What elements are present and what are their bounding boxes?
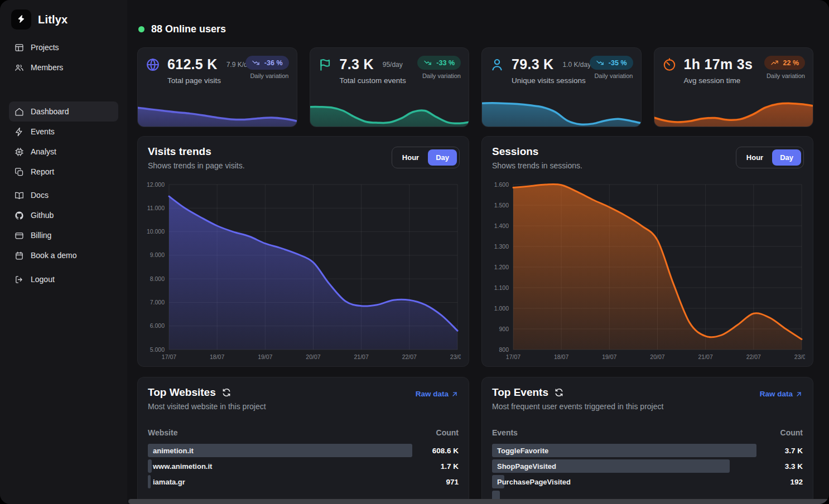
svg-text:1.400: 1.400	[494, 222, 509, 229]
sidebar-item-label: Billing	[31, 231, 51, 240]
refresh-icon[interactable]	[222, 388, 231, 397]
panel-title: Top Websites	[148, 386, 216, 399]
tables-row: Top Websites Raw data Most visited websi…	[137, 377, 813, 504]
row-label: www.animetion.it	[153, 462, 212, 471]
refresh-icon[interactable]	[555, 388, 563, 397]
day-toggle-button[interactable]: Day	[772, 149, 801, 166]
row-count: 971	[415, 478, 459, 486]
svg-text:1.100: 1.100	[494, 284, 509, 291]
svg-text:19/07: 19/07	[258, 353, 272, 360]
globe-icon	[146, 57, 160, 72]
svg-text:10.000: 10.000	[147, 228, 165, 235]
row-count: 3.3 K	[759, 462, 803, 471]
sidebar-item-label: Dashboard	[31, 107, 69, 116]
sidebar-item-dashboard[interactable]: Dashboard	[9, 101, 118, 122]
sidebar-item-github[interactable]: Github	[9, 205, 118, 225]
variation-caption: Daily variation	[764, 72, 806, 79]
table-row-shoppagevisited[interactable]: ShopPageVisited 3.3 K	[492, 459, 803, 473]
sessions-interval-toggle: Hour Day	[736, 147, 804, 168]
analyst-icon	[15, 147, 24, 157]
logout-icon	[15, 275, 24, 284]
sidebar-item-book-a-demo[interactable]: Book a demo	[9, 245, 118, 265]
svg-text:5.000: 5.000	[150, 346, 165, 353]
sidebar-item-analyst[interactable]: Analyst	[9, 142, 118, 162]
sidebar-item-billing[interactable]: Billing	[9, 225, 118, 245]
horizontal-scrollbar[interactable]	[128, 499, 829, 504]
stat-value: 1h 17m 3s	[684, 56, 753, 72]
raw-data-link[interactable]: Raw data	[760, 390, 803, 398]
stat-value: 612.5 K	[167, 56, 218, 72]
day-toggle-button[interactable]: Day	[428, 149, 457, 166]
sidebar-item-docs[interactable]: Docs	[9, 185, 118, 205]
panel-title: Top Events	[492, 386, 548, 399]
daily-variation: -35 % Daily variation	[590, 56, 633, 79]
online-users: 88 Online users	[138, 22, 813, 36]
logo-text: Litlyx	[38, 13, 68, 26]
table-row-animetion-it[interactable]: animetion.it 608.6 K	[148, 444, 459, 457]
stat-rate: 1.0 K/day	[562, 61, 591, 69]
table-row-purchasepagevisited[interactable]: PurchasePageVisited 192	[492, 475, 803, 488]
count-bar	[148, 475, 151, 488]
panel-subtitle: Most frequent user events triggered in t…	[492, 402, 803, 411]
sidebar-item-members[interactable]: Members	[9, 57, 118, 77]
sidebar-section: ProjectsMembers	[9, 37, 118, 77]
user-icon	[490, 57, 504, 72]
svg-text:22/07: 22/07	[746, 353, 761, 360]
svg-text:1.500: 1.500	[494, 202, 509, 209]
row-label: ShopPageVisited	[497, 462, 556, 471]
sidebar-item-logout[interactable]: Logout	[9, 269, 118, 289]
svg-text:1.600: 1.600	[494, 181, 509, 188]
row-count: 608.6 K	[415, 447, 459, 455]
svg-text:7.000: 7.000	[150, 299, 165, 306]
top-events-panel: Top Events Raw data Most frequent user e…	[481, 377, 813, 504]
svg-text:20/07: 20/07	[650, 353, 664, 360]
sidebar-item-events[interactable]: Events	[9, 122, 118, 142]
table-row-togglefavorite[interactable]: ToggleFavorite 3.7 K	[492, 444, 803, 457]
timer-icon	[662, 57, 677, 72]
table-column-headers: Events Count	[492, 428, 803, 437]
sessions-panel: Sessions Shows trends in sessions. Hour …	[481, 136, 813, 367]
sidebar-item-report[interactable]: Report	[9, 162, 118, 182]
visits-trends-chart: 12.00011.00010.0009.0008.0007.0006.0005.…	[143, 180, 461, 362]
variation-value: -33 %	[436, 59, 455, 67]
main-content: 88 Online users 612.5 K7.9 K/day Total p…	[127, 0, 829, 504]
sidebar-item-projects[interactable]: Projects	[9, 37, 118, 57]
sidebar-section: Logout	[9, 269, 118, 289]
hour-toggle-button[interactable]: Hour	[739, 149, 771, 166]
table-row-www-animetion-it[interactable]: www.animetion.it 1.7 K	[148, 459, 459, 473]
table-row-iamata-gr[interactable]: iamata.gr 971	[148, 475, 459, 488]
online-users-text: 88 Online users	[151, 23, 226, 35]
sidebar-item-label: Docs	[31, 191, 49, 200]
svg-text:9.000: 9.000	[150, 251, 165, 258]
hour-toggle-button[interactable]: Hour	[394, 149, 427, 166]
flag-icon	[318, 57, 332, 72]
variation-badge: -35 %	[590, 56, 633, 70]
bar-cell: iamata.gr	[148, 475, 415, 488]
variation-badge: -36 %	[245, 56, 289, 70]
raw-data-link[interactable]: Raw data	[416, 390, 459, 398]
sidebar-item-label: Events	[31, 127, 55, 136]
variation-value: 22 %	[783, 59, 799, 67]
svg-text:1.000: 1.000	[494, 305, 509, 312]
charts-row: Visits trends Shows trends in page visit…	[137, 136, 813, 367]
variation-caption: Daily variation	[417, 72, 461, 79]
row-count: 3.7 K	[759, 447, 803, 455]
stat-value: 79.3 K	[512, 56, 553, 72]
globe-icon	[146, 57, 160, 72]
svg-text:800: 800	[499, 346, 509, 353]
stat-cards-row: 612.5 K7.9 K/day Total page visits -36 %…	[137, 47, 813, 127]
trend_down-icon	[596, 59, 604, 67]
sidebar-section: DocsGithubBillingBook a demo	[9, 185, 118, 265]
panel-subtitle: Most visited website in this project	[148, 402, 459, 411]
row-label: ToggleFavorite	[497, 447, 548, 455]
trend_down-icon	[252, 59, 260, 67]
sidebar-item-label: Github	[31, 211, 54, 220]
user-icon	[490, 57, 504, 72]
dashboard-icon	[15, 107, 24, 117]
row-count: 1.7 K	[415, 462, 459, 471]
svg-text:17/07: 17/07	[162, 353, 176, 360]
svg-text:8.000: 8.000	[150, 275, 165, 282]
projects-icon	[15, 43, 24, 52]
row-label: PurchasePageVisited	[497, 478, 571, 486]
logo[interactable]: Litlyx	[9, 9, 118, 30]
